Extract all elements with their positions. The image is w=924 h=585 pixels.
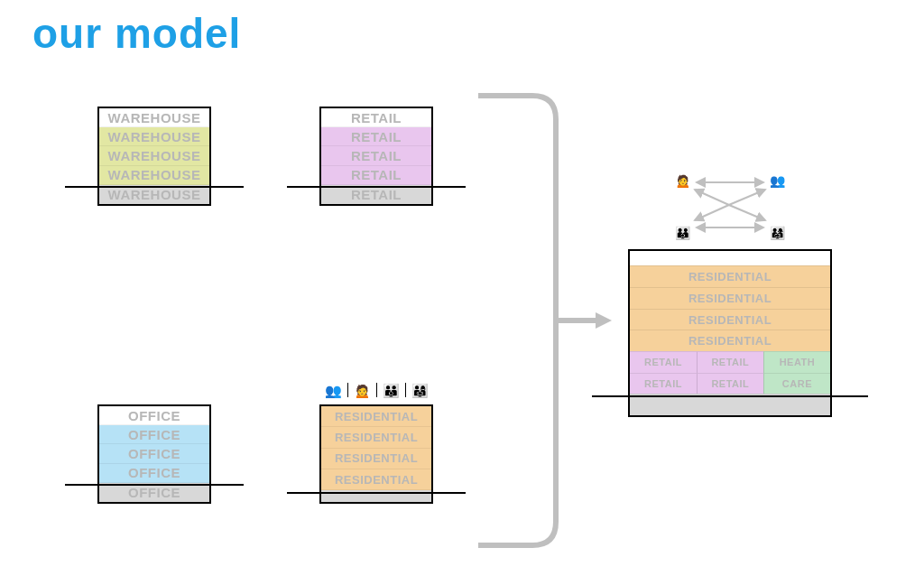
block-retail: RETAIL RETAIL RETAIL RETAIL RETAIL bbox=[319, 107, 433, 206]
people-icon: 🙍 bbox=[354, 384, 371, 397]
floor-label: RETAIL bbox=[351, 187, 402, 202]
floor-label: WAREHOUSE bbox=[108, 148, 201, 163]
floor-label: CARE bbox=[782, 378, 812, 389]
flow-arrow bbox=[469, 90, 614, 551]
people-icon: 👨‍👩‍👧 bbox=[411, 384, 429, 397]
page-title: our model bbox=[32, 9, 241, 58]
separator-icon bbox=[376, 383, 377, 397]
floor-label: OFFICE bbox=[128, 427, 180, 442]
floor-label: WAREHOUSE bbox=[108, 129, 201, 144]
ground-line bbox=[287, 186, 466, 188]
ground-line bbox=[65, 186, 244, 188]
people-icon: 👨‍👩‍👧 bbox=[770, 226, 785, 240]
floor-label: WAREHOUSE bbox=[108, 167, 201, 182]
floor-label: RESIDENTIAL bbox=[335, 410, 418, 423]
floor-label: RESIDENTIAL bbox=[335, 451, 418, 465]
separator-icon bbox=[405, 383, 406, 397]
people-icon: 🙍 bbox=[675, 173, 690, 188]
floor-label: OFFICE bbox=[128, 465, 180, 480]
floor-label: RESIDENTIAL bbox=[335, 431, 418, 444]
floor-label: OFFICE bbox=[128, 446, 180, 461]
block-office: OFFICE OFFICE OFFICE OFFICE OFFICE bbox=[97, 404, 211, 504]
floor-label: RESIDENTIAL bbox=[688, 292, 772, 305]
people-icon: 👥 bbox=[325, 384, 342, 397]
floor-label: WAREHOUSE bbox=[108, 110, 201, 125]
svg-marker-0 bbox=[596, 312, 612, 329]
floor-label: RETAIL bbox=[351, 129, 402, 144]
floor-label: HEATH bbox=[780, 357, 816, 367]
block-warehouse: WAREHOUSE WAREHOUSE WAREHOUSE WAREHOUSE … bbox=[97, 107, 211, 206]
icons-segregated: 👥 🙍 👪 👨‍👩‍👧 bbox=[319, 383, 433, 397]
floor-label: WAREHOUSE bbox=[108, 187, 201, 202]
people-icon: 👪 bbox=[675, 226, 690, 240]
floor-label: RESIDENTIAL bbox=[688, 270, 772, 283]
floor-label: RESIDENTIAL bbox=[688, 334, 772, 348]
ground-line bbox=[65, 484, 244, 486]
ground-line bbox=[287, 492, 466, 494]
floor-label: RETAIL bbox=[351, 110, 402, 125]
floor-label: OFFICE bbox=[128, 408, 180, 423]
people-icon: 👥 bbox=[770, 173, 785, 188]
floor-label: RETAIL bbox=[644, 378, 682, 389]
people-icon: 👪 bbox=[383, 384, 400, 397]
interaction-network: 🙍 👥 👪 👨‍👩‍👧 bbox=[670, 170, 790, 240]
floor-label: RESIDENTIAL bbox=[335, 473, 418, 487]
floor-label: RETAIL bbox=[351, 167, 402, 182]
floor-label: OFFICE bbox=[128, 485, 180, 500]
block-mixed-use: RESIDENTIAL RESIDENTIAL RESIDENTIAL RESI… bbox=[628, 249, 832, 417]
floor-label: RETAIL bbox=[351, 148, 402, 163]
floor-label: RETAIL bbox=[711, 357, 749, 367]
floor-label: RETAIL bbox=[711, 378, 749, 389]
ground-line bbox=[592, 395, 868, 397]
floor-label: RESIDENTIAL bbox=[688, 313, 772, 327]
floor-label: RETAIL bbox=[644, 357, 682, 367]
block-residential: RESIDENTIAL RESIDENTIAL RESIDENTIAL RESI… bbox=[319, 404, 433, 504]
separator-icon bbox=[347, 383, 348, 397]
